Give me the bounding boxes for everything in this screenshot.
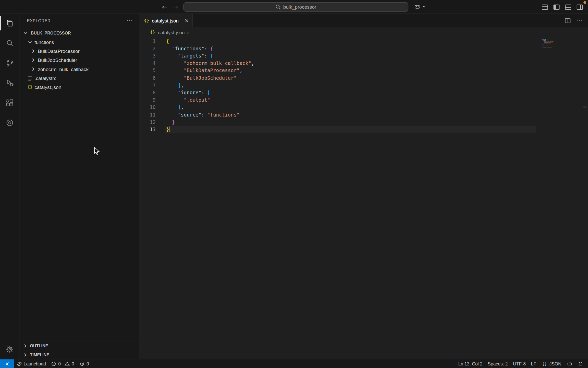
go-forward-icon[interactable]: → (173, 3, 178, 10)
text-caret (169, 126, 169, 132)
activity-run-debug[interactable] (0, 74, 19, 92)
timeline-section[interactable]: TIMELINE (19, 350, 139, 359)
code-line-8[interactable]: 8 "ignore": [ (140, 89, 536, 96)
code-text: "zohocrm_bulk_callback", (166, 60, 535, 67)
chevron-right-icon (30, 57, 36, 63)
explorer-section-header[interactable]: BULK_PROCESSOR (19, 29, 139, 38)
explorer-item-label: catalyst.json (34, 84, 61, 90)
code-line-11[interactable]: 11 "source": "functions" (140, 111, 536, 119)
breadcrumb-file[interactable]: catalyst.json (158, 29, 185, 35)
cursor-position[interactable]: Ln 13, Col 2 (456, 359, 485, 368)
code-editor[interactable]: 1{2 "functions": {3 "targets": [4 "zohoc… (140, 38, 588, 359)
code-text: "source": "functions" (166, 111, 535, 119)
split-editor-icon[interactable] (564, 17, 571, 24)
toggle-panel-icon[interactable] (564, 3, 572, 10)
source-control-icon (5, 59, 14, 67)
go-back-icon[interactable]: ← (162, 3, 167, 10)
customize-layout-icon[interactable] (541, 3, 548, 10)
code-line-3[interactable]: 3 "targets": [ (140, 52, 536, 60)
code-line-9[interactable]: 9 ".output" (140, 96, 536, 104)
explorer-item-BulkJobScheduler[interactable]: BulkJobScheduler (19, 55, 139, 64)
code-text: } (166, 119, 535, 126)
indentation-setting[interactable]: Spaces: 2 (485, 359, 510, 368)
line-number: 12 (140, 119, 156, 126)
tab-close-icon[interactable]: × (184, 18, 189, 24)
remote-indicator[interactable] (0, 359, 14, 368)
search-text: bulk_processor (283, 4, 316, 9)
bell-icon (578, 361, 583, 366)
code-line-2[interactable]: 2 "functions": { (140, 45, 536, 52)
line-number: 13 (140, 126, 156, 133)
chevron-right-icon (30, 66, 36, 72)
chevron-down-icon (27, 39, 33, 45)
activity-source-control[interactable] (0, 54, 19, 72)
code-line-5[interactable]: 5 "BulkDataProcessor", (140, 67, 536, 74)
activity-search[interactable] (0, 34, 19, 52)
tab-bar: {} catalyst.json × ⋯ (140, 14, 588, 27)
code-text: "functions": { (166, 45, 535, 52)
status-left: Launchpad 0 0 0 (0, 359, 92, 368)
launchpad-button[interactable]: Launchpad (14, 359, 48, 368)
code-line-7[interactable]: 7 ], (140, 82, 536, 89)
code-line-6[interactable]: 6 "BulkJobScheduler" (140, 74, 536, 82)
tab-catalyst-json[interactable]: {} catalyst.json × (140, 14, 193, 27)
ports-count: 0 (87, 361, 89, 366)
copilot-status[interactable] (564, 359, 575, 368)
chevron-down-icon (422, 5, 426, 9)
language-mode[interactable]: {} JSON (539, 359, 564, 368)
files-icon (5, 19, 14, 28)
warning-icon (65, 361, 70, 366)
explorer-item-catalyst.json[interactable]: {}catalyst.json (19, 83, 139, 91)
editor-group: {} catalyst.json × ⋯ {} catalyst.json › … (140, 14, 588, 359)
code-line-10[interactable]: 10 ], (140, 104, 536, 111)
code-line-4[interactable]: 4 "zohocrm_bulk_callback", (140, 60, 536, 67)
activity-extensions[interactable] (0, 94, 19, 112)
editor-more-actions-icon[interactable]: ⋯ (577, 17, 582, 24)
chevron-right-icon (22, 343, 29, 349)
encoding-setting[interactable]: UTF-8 (510, 359, 529, 368)
copilot-menu-button[interactable] (414, 3, 426, 10)
explorer-item-functions[interactable]: functions (19, 38, 139, 47)
sidebar-title-row: EXPLORER ⋯ (19, 14, 139, 27)
command-center-search[interactable]: bulk_processor (183, 2, 408, 12)
explorer-item-.catalystrc[interactable]: .catalystrc (19, 74, 139, 83)
debug-icon (5, 78, 14, 87)
chevron-right-icon (22, 352, 29, 358)
line-number: 6 (140, 74, 156, 82)
activity-settings[interactable] (0, 340, 19, 358)
activity-catalyst[interactable] (0, 114, 19, 132)
explorer-more-actions-icon[interactable]: ⋯ (127, 17, 132, 24)
catalyst-icon (5, 118, 14, 127)
search-icon (275, 4, 281, 9)
code-text: ], (166, 82, 535, 89)
explorer-item-BulkDataProcessor[interactable]: BulkDataProcessor (19, 47, 139, 55)
ports-button[interactable]: 0 (77, 359, 92, 368)
code-lines: 1{2 "functions": {3 "targets": [4 "zohoc… (140, 38, 536, 133)
rocket-icon (17, 361, 22, 366)
line-number: 4 (140, 60, 156, 67)
toggle-sidebar-icon[interactable] (553, 3, 560, 10)
explorer-item-label: BulkDataProcessor (38, 48, 80, 54)
code-text: "targets": [ (166, 52, 535, 60)
line-number: 5 (140, 67, 156, 74)
breadcrumb-more[interactable]: … (191, 29, 196, 35)
outline-section[interactable]: OUTLINE (19, 341, 139, 350)
error-icon (51, 361, 56, 366)
vscode-window: ← → bulk_processor (0, 0, 588, 368)
minimap[interactable]: { "functions": { "targets": [ "zohocrm_b… (541, 38, 583, 72)
tab-label: catalyst.json (152, 18, 179, 24)
line-number: 3 (140, 52, 156, 60)
toggle-secondary-sidebar-icon[interactable] (576, 3, 583, 10)
problems-button[interactable]: 0 0 (48, 359, 77, 368)
eol-setting[interactable]: LF (528, 359, 539, 368)
code-line-1[interactable]: 1{ (140, 38, 536, 45)
notifications-bell[interactable] (575, 359, 586, 368)
warning-count: 0 (72, 361, 74, 366)
explorer-item-zohocrm_bulk_callback[interactable]: zohocrm_bulk_callback (19, 65, 139, 74)
json-file-icon: {} (144, 18, 150, 24)
copilot-icon (567, 361, 573, 367)
code-line-13[interactable]: 13} (140, 126, 536, 133)
code-line-12[interactable]: 12 } (140, 119, 536, 126)
activity-explorer[interactable] (0, 14, 19, 32)
line-number: 2 (140, 45, 156, 52)
